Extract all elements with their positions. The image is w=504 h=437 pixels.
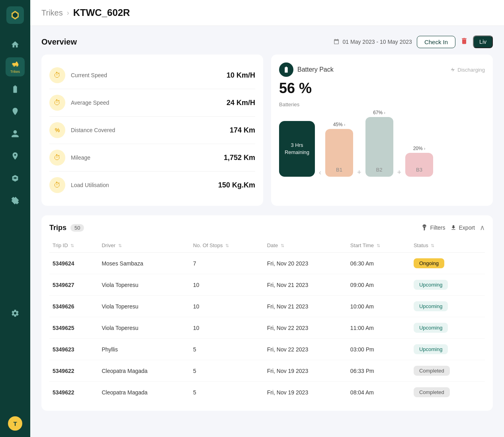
trips-actions: Filters Export ∧ xyxy=(421,223,485,232)
battery-add-b2[interactable]: + xyxy=(357,168,361,177)
trips-title-row: Trips 50 xyxy=(49,224,84,232)
delete-button[interactable] xyxy=(460,37,468,47)
sidebar-item-settings[interactable] xyxy=(6,304,25,323)
battery-prev-button[interactable]: ‹ xyxy=(319,168,321,177)
export-icon xyxy=(450,224,457,231)
cell-stops: 5 xyxy=(190,360,264,382)
status-badge: Completed xyxy=(414,366,450,376)
trips-section: Trips 50 Filters Export ∧ xyxy=(41,215,493,411)
cell-trip-id: 5349623 xyxy=(49,339,98,360)
stat-mileage: ⏱ Mileage 1,752 Km xyxy=(49,144,255,172)
table-row[interactable]: 5349627 Viola Toperesu 10 Fri, Nov 21 20… xyxy=(49,274,485,296)
filters-button[interactable]: Filters xyxy=(421,224,445,231)
cell-stops: 10 xyxy=(190,317,264,339)
battery-b3[interactable]: 20% › B3 xyxy=(405,146,433,177)
battery-b2[interactable]: 67% › B2 xyxy=(365,110,393,177)
user-avatar[interactable]: T xyxy=(8,416,22,431)
overview-title: Overview xyxy=(41,37,77,47)
cell-date: Fri, Nov 22 2023 xyxy=(264,317,347,339)
cell-driver: Phyllis xyxy=(98,339,190,360)
overview-actions: 01 May 2023 - 10 May 2023 Check In Liv xyxy=(333,35,493,48)
col-start-time: Start Time ⇅ xyxy=(347,238,410,253)
cell-start-time: 03:00 Pm xyxy=(347,339,410,360)
app-logo[interactable] xyxy=(6,6,24,24)
cell-trip-id: 5349625 xyxy=(49,317,98,339)
cell-date: Fri, Nov 22 2023 xyxy=(264,339,347,360)
stat-value-mileage: 1,752 Km xyxy=(224,154,255,162)
sidebar-item-tools[interactable] xyxy=(6,191,25,210)
table-row[interactable]: 5349625 Viola Toperesu 10 Fri, Nov 22 20… xyxy=(49,317,485,339)
col-driver: Driver ⇅ xyxy=(98,238,190,253)
stat-value-load: 150 Kg.Km xyxy=(218,181,255,189)
cell-driver: Viola Toperesu xyxy=(98,317,190,339)
cell-status: Ongoing xyxy=(410,253,485,274)
col-date: Date ⇅ xyxy=(264,238,347,253)
battery-status-text: Discharging xyxy=(457,67,485,73)
checkin-button[interactable]: Check In xyxy=(417,36,455,48)
cell-stops: 10 xyxy=(190,274,264,296)
cell-date: Fri, Nov 21 2023 xyxy=(264,274,347,296)
battery-b1-label: B1 xyxy=(336,167,342,173)
stat-current-speed: ⏱ Current Speed 10 Km/H xyxy=(49,62,255,89)
cell-date: Fri, Nov 21 2023 xyxy=(264,296,347,317)
battery-b2-pct: 67% › xyxy=(373,110,385,115)
trips-title: Trips xyxy=(49,224,66,232)
battery-percentage: 56 % xyxy=(279,80,485,97)
sidebar-item-location[interactable] xyxy=(6,146,25,166)
battery-b3-label: B3 xyxy=(416,167,422,173)
sidebar-item-trikes[interactable]: Trikes xyxy=(6,57,25,76)
cell-start-time: 09:00 Am xyxy=(347,274,410,296)
status-badge: Upcoming xyxy=(414,280,448,290)
breadcrumb-trikes[interactable]: Trikes xyxy=(41,8,63,18)
cell-start-time: 10:00 Am xyxy=(347,296,410,317)
cell-driver: Cleopatra Magada xyxy=(98,360,190,382)
cell-status: Upcoming xyxy=(410,296,485,317)
stat-label-mileage: Mileage xyxy=(71,154,224,161)
col-stops: No. Of Stops ⇅ xyxy=(190,238,264,253)
filters-label: Filters xyxy=(430,224,445,231)
export-button[interactable]: Export xyxy=(450,224,475,231)
main-content: Trikes › KTWC_602R Overview 01 May 2023 … xyxy=(30,0,504,437)
battery-b1[interactable]: 45% › B1 xyxy=(325,122,353,177)
cell-trip-id: 5349622 xyxy=(49,382,98,403)
cell-status: Upcoming xyxy=(410,317,485,339)
export-label: Export xyxy=(459,224,475,231)
overview-section: Overview 01 May 2023 - 10 May 2023 Check… xyxy=(41,35,493,206)
trash-icon xyxy=(460,37,468,45)
stats-card: ⏱ Current Speed 10 Km/H ⏱ Average Speed … xyxy=(41,55,263,206)
trips-table: Trip ID ⇅ Driver ⇅ No. Of Stops ⇅ Date ⇅… xyxy=(49,238,485,403)
cell-date: Fri, Nov 19 2023 xyxy=(264,382,347,403)
sidebar-item-routes[interactable] xyxy=(6,102,25,121)
sidebar-item-profile[interactable] xyxy=(6,124,25,143)
overview-header: Overview 01 May 2023 - 10 May 2023 Check… xyxy=(41,35,493,48)
sidebar-item-home[interactable] xyxy=(6,35,25,54)
cell-driver: Cleopatra Magada xyxy=(98,382,190,403)
time-remaining-line2: Remaining xyxy=(285,149,309,156)
speed-icon: ⏱ xyxy=(49,67,65,83)
table-row[interactable]: 5349622 Cleopatra Magada 5 Fri, Nov 19 2… xyxy=(49,360,485,382)
stat-label-load: Load Utilisation xyxy=(71,182,218,188)
table-row[interactable]: 5349622 Cleopatra Magada 5 Fri, Nov 19 2… xyxy=(49,382,485,403)
cell-start-time: 11:00 Am xyxy=(347,317,410,339)
sidebar-item-trikes-label: Trikes xyxy=(10,70,20,74)
stat-value-current-speed: 10 Km/H xyxy=(227,71,255,80)
date-range: 01 May 2023 - 10 May 2023 xyxy=(333,39,412,45)
battery-add-b3[interactable]: + xyxy=(397,168,402,177)
col-trip-id: Trip ID ⇅ xyxy=(49,238,98,253)
table-row[interactable]: 5349623 Phyllis 5 Fri, Nov 22 2023 03:00… xyxy=(49,339,485,360)
table-row[interactable]: 5349624 Moses Sambaza 7 Fri, Nov 20 2023… xyxy=(49,253,485,274)
cell-stops: 5 xyxy=(190,382,264,403)
table-row[interactable]: 5349626 Viola Toperesu 10 Fri, Nov 21 20… xyxy=(49,296,485,317)
cell-trip-id: 5349624 xyxy=(49,253,98,274)
sidebar-item-battery[interactable] xyxy=(6,80,25,99)
collapse-button[interactable]: ∧ xyxy=(480,223,485,232)
stat-label-avg-speed: Average Speed xyxy=(71,99,227,106)
overview-grid: ⏱ Current Speed 10 Km/H ⏱ Average Speed … xyxy=(41,55,493,206)
stat-load: ⏱ Load Utilisation 150 Kg.Km xyxy=(49,172,255,199)
live-button[interactable]: Liv xyxy=(473,35,493,48)
sidebar-item-box[interactable] xyxy=(6,169,25,188)
calendar-icon xyxy=(333,39,340,45)
cell-driver: Moses Sambaza xyxy=(98,253,190,274)
stat-label-distance: Distance Covered xyxy=(71,127,230,133)
trips-count-badge: 50 xyxy=(70,224,84,232)
